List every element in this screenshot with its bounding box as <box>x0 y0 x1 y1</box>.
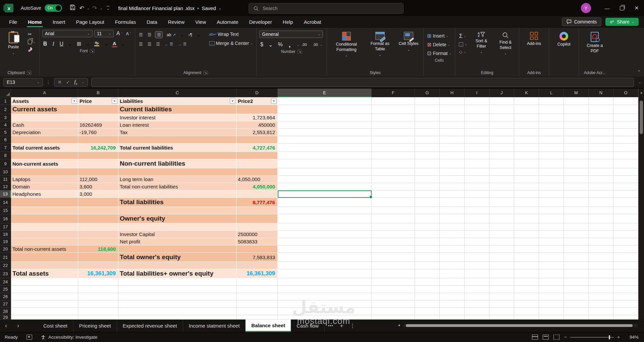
cell-L14[interactable] <box>539 198 564 207</box>
cell-K29[interactable] <box>514 315 539 320</box>
cell-D10[interactable] <box>236 168 278 176</box>
cell-I28[interactable] <box>465 308 489 315</box>
horizontal-scrollbar[interactable] <box>403 324 638 327</box>
cell-J24[interactable] <box>489 278 514 286</box>
cell-O26[interactable] <box>613 293 638 300</box>
cell-I21[interactable] <box>465 253 489 262</box>
column-header-K[interactable]: K <box>514 89 539 97</box>
cell-A10[interactable] <box>11 168 78 176</box>
cell-C18[interactable]: Investor Capital <box>118 231 236 238</box>
copy-button[interactable]: ⌄ <box>27 39 37 45</box>
cell-I26[interactable] <box>465 293 489 300</box>
row-header-14[interactable]: 14 <box>0 198 11 207</box>
cell-N14[interactable] <box>589 198 613 207</box>
cell-O4[interactable] <box>613 121 638 129</box>
cell-E9[interactable] <box>278 159 372 168</box>
cell-O11[interactable] <box>613 176 638 183</box>
zoom-slider[interactable] <box>570 337 614 338</box>
cell-G18[interactable] <box>415 231 440 238</box>
cell-F18[interactable] <box>372 231 415 238</box>
cell-E24[interactable] <box>278 278 372 286</box>
cell-C15[interactable] <box>118 207 236 214</box>
cell-O6[interactable] <box>613 136 638 144</box>
restore-button[interactable] <box>614 0 629 16</box>
cell-J11[interactable] <box>489 176 514 183</box>
cell-L3[interactable] <box>539 114 564 121</box>
row-header-10[interactable]: 10 <box>0 168 11 176</box>
cell-B26[interactable] <box>78 293 118 300</box>
cell-L1[interactable] <box>539 97 564 105</box>
fill-color-button[interactable] <box>93 41 100 47</box>
cell-A7[interactable]: Total current assets <box>11 144 78 152</box>
cell-N20[interactable] <box>589 245 613 253</box>
tab-formulas[interactable]: Formulas <box>111 17 141 27</box>
cell-C1[interactable]: Liabilities▼ <box>118 97 236 105</box>
fill-button[interactable]: ↓⌄ <box>458 42 468 47</box>
cell-B28[interactable] <box>78 308 118 315</box>
row-header-25[interactable]: 25 <box>0 286 11 293</box>
cell-D29[interactable] <box>236 315 278 320</box>
cell-A2[interactable]: Current assets <box>11 105 78 114</box>
sheet-nav-left[interactable]: ‹ <box>0 320 12 332</box>
cell-F20[interactable] <box>372 245 415 253</box>
cell-D27[interactable] <box>236 300 278 308</box>
cell-H15[interactable] <box>440 207 465 214</box>
text-direction-button[interactable]: ›¶ <box>187 32 193 38</box>
cell-C16[interactable]: Owner's equity <box>118 214 236 223</box>
cell-N19[interactable] <box>589 238 613 245</box>
cell-D6[interactable] <box>236 136 278 144</box>
cell-M2[interactable] <box>564 105 589 114</box>
zoom-out-button[interactable]: − <box>564 335 567 340</box>
cell-B25[interactable] <box>78 286 118 293</box>
cell-H3[interactable] <box>440 114 465 121</box>
cell-H27[interactable] <box>440 300 465 308</box>
cell-F1[interactable] <box>372 97 415 105</box>
cell-E18[interactable] <box>278 231 372 238</box>
cell-K3[interactable] <box>514 114 539 121</box>
cell-B12[interactable]: 3,600 <box>78 183 118 190</box>
cell-B2[interactable] <box>78 105 118 114</box>
cell-F22[interactable] <box>372 262 415 269</box>
cell-J18[interactable] <box>489 231 514 238</box>
cell-F27[interactable] <box>372 300 415 308</box>
cell-L22[interactable] <box>539 262 564 269</box>
cell-M21[interactable] <box>564 253 589 262</box>
row-header-2[interactable]: 2 <box>0 105 11 114</box>
cell-A17[interactable] <box>11 223 78 231</box>
cell-E10[interactable] <box>278 168 372 176</box>
cell-D24[interactable] <box>236 278 278 286</box>
cell-E17[interactable] <box>278 223 372 231</box>
cell-M4[interactable] <box>564 121 589 129</box>
cell-F12[interactable] <box>372 183 415 190</box>
cell-J4[interactable] <box>489 121 514 129</box>
cell-C11[interactable]: Long term loan <box>118 176 236 183</box>
cell-N29[interactable] <box>589 315 613 320</box>
cell-B14[interactable] <box>78 198 118 207</box>
enter-formula-button[interactable]: ✓ <box>66 79 70 85</box>
row-header-20[interactable]: 20 <box>0 245 11 253</box>
cell-O3[interactable] <box>613 114 638 121</box>
zoom-in-button[interactable]: + <box>617 335 620 340</box>
cell-E23[interactable] <box>278 269 372 278</box>
cell-B1[interactable]: Price▼ <box>78 97 118 105</box>
font-name-select[interactable]: Arial⌄ <box>42 30 93 37</box>
create-pdf-button[interactable]: Create a PDF <box>582 30 608 56</box>
cell-G17[interactable] <box>415 223 440 231</box>
cell-C19[interactable]: Net profit <box>118 238 236 245</box>
sheet-tab-cost-sheet[interactable]: Cost sheet <box>38 320 73 332</box>
cell-A28[interactable] <box>11 308 78 315</box>
cell-N7[interactable] <box>589 144 613 152</box>
cell-G3[interactable] <box>415 114 440 121</box>
cell-M16[interactable] <box>564 214 589 223</box>
cell-B23[interactable]: 16,361,309 <box>78 269 118 278</box>
collapse-ribbon-button[interactable]: ⌃ <box>637 70 641 74</box>
comma-style-button[interactable]: , <box>288 43 292 47</box>
cell-H20[interactable] <box>440 245 465 253</box>
cell-H11[interactable] <box>440 176 465 183</box>
borders-dropdown[interactable]: ⌄ <box>86 41 90 47</box>
cell-O22[interactable] <box>613 262 638 269</box>
cell-K27[interactable] <box>514 300 539 308</box>
cell-M20[interactable] <box>564 245 589 253</box>
cell-K13[interactable] <box>514 190 539 198</box>
cell-O17[interactable] <box>613 223 638 231</box>
